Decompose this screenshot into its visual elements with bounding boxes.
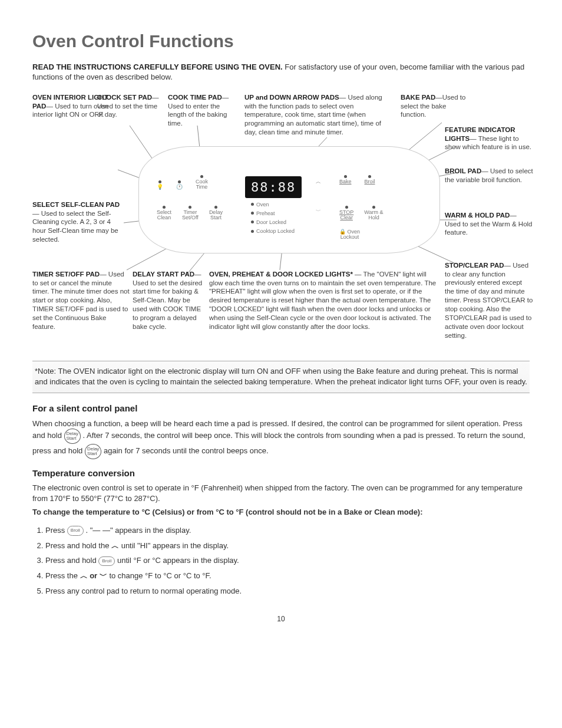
list-item: Press and hold Broil until °F or °C appe… bbox=[45, 555, 530, 566]
stop-clear-pad-label: STOPClear bbox=[339, 206, 353, 221]
callout-timer-setoff: TIMER SET/OFF PAD— Used to set or cancel… bbox=[32, 270, 130, 332]
callout-broil-pad: BROIL PAD— Used to select the variable b… bbox=[445, 167, 533, 185]
callout-head: UP and DOWN ARROW PADS bbox=[244, 94, 339, 101]
text-run: until "HI" appears in the display. bbox=[121, 541, 229, 550]
list-item: Press and hold the ︿ until "HI" appears … bbox=[45, 541, 530, 551]
intro-paragraph: READ THE INSTRUCTIONS CAREFULLY BEFORE U… bbox=[32, 62, 530, 83]
callout-body: — Used to select the Self-Cleaning cycle… bbox=[32, 210, 118, 243]
page-number: 10 bbox=[32, 614, 530, 624]
digital-display: 88:88 bbox=[245, 176, 302, 199]
list-item: Press any control pad to return to norma… bbox=[45, 586, 530, 597]
callout-warm-hold: WARM & HOLD PAD— Used to set the Warm & … bbox=[445, 211, 533, 238]
temp-heading: Temperature conversion bbox=[32, 467, 530, 479]
text-run: until °F or °C appears in the display. bbox=[117, 556, 239, 565]
timer-setoff-pad-label: TimerSet/Off bbox=[182, 206, 199, 221]
callout-feature-lights: FEATURE INDICATOR LIGHTS— These light to… bbox=[445, 126, 533, 152]
callout-arrow-pads: UP and DOWN ARROW PADS— Used along with … bbox=[244, 93, 392, 137]
broil-button-icon: Broil bbox=[98, 556, 115, 566]
callout-body: — Used to clear any function previously … bbox=[445, 262, 533, 340]
callout-body: — Used to set or cancel the minute timer… bbox=[32, 271, 130, 331]
callout-self-clean: SELECT SELF-CLEAN PAD— Used to select th… bbox=[32, 200, 124, 245]
text-run: or bbox=[90, 571, 100, 580]
callout-indicator-lights: OVEN, PREHEAT & DOOR LOCKED LIGHTS* — Th… bbox=[209, 270, 439, 332]
callout-delay-start: DELAY START PAD— Used to set the desired… bbox=[133, 270, 206, 332]
text-bold: To change the temperature to °C (Celsius… bbox=[32, 508, 423, 516]
callout-head: WARM & HOLD PAD bbox=[445, 212, 510, 219]
indicator-oven: Oven bbox=[251, 201, 295, 208]
select-clean-pad-label: SelectClean bbox=[157, 206, 171, 221]
list-item: Press Broil . "— —" appears in the displ… bbox=[45, 525, 530, 536]
intro-bold: READ THE INSTRUCTIONS CAREFULLY BEFORE U… bbox=[32, 62, 283, 71]
callout-head: STOP/CLEAR PAD bbox=[445, 262, 504, 269]
callout-head: DELAY START PAD bbox=[133, 271, 194, 278]
list-item: Press the ︿ or ﹀ to change °F to °C or °… bbox=[45, 571, 530, 581]
indicator-preheat: Preheat bbox=[251, 210, 295, 217]
callout-interior-light: OVEN INTERIOR LIGHT PAD— Used to turn ov… bbox=[32, 93, 121, 120]
warm-hold-pad-label: Warm &Hold bbox=[364, 206, 383, 221]
callout-head: TIMER SET/OFF PAD bbox=[32, 271, 100, 278]
control-panel-illustration: 💡 🕐 CookTime 88:88 ︿ Bake Broil SelectCl… bbox=[138, 146, 440, 253]
indicator-cooktop-locked: Cooktop Locked bbox=[251, 228, 295, 235]
callout-body: — Used to set the desired start time for… bbox=[133, 271, 202, 331]
callout-cook-time: COOK TIME PAD— Used to enter the length … bbox=[168, 93, 239, 129]
indicator-door-locked: Door Locked bbox=[251, 219, 295, 226]
text-run: Press and hold bbox=[45, 556, 98, 565]
light-pad-icon: 💡 bbox=[157, 180, 163, 190]
control-panel-diagram: CLOCK SET PAD— Used to set the time of d… bbox=[32, 93, 530, 353]
callout-head: SELECT SELF-CLEAN PAD bbox=[32, 201, 120, 208]
silent-heading: For a silent control panel bbox=[32, 403, 530, 414]
callout-body: — The "OVEN" light will glow each time t… bbox=[209, 271, 436, 331]
callout-stop-clear: STOP/CLEAR PAD— Used to clear any functi… bbox=[445, 261, 533, 340]
down-arrow-icon: ﹀ bbox=[316, 209, 321, 214]
clock-pad-icon: 🕐 bbox=[176, 180, 183, 190]
temp-subhead: To change the temperature to °C (Celsius… bbox=[32, 507, 530, 518]
text-run: Press bbox=[45, 526, 67, 535]
callout-head: BAKE PAD bbox=[401, 94, 435, 101]
text-run: again for 7 seconds until the control be… bbox=[104, 447, 269, 456]
text-run: . "— —" appears in the display. bbox=[85, 526, 191, 535]
oven-lockout-icon: 🔒 OvenLockout bbox=[339, 229, 360, 241]
callout-head: COOK TIME PAD bbox=[168, 94, 222, 101]
text-run: Press and hold the bbox=[45, 541, 111, 550]
text-run: to change °F to °C or °C to °F. bbox=[109, 571, 211, 580]
cooktime-pad-label: CookTime bbox=[196, 175, 208, 190]
text-run: Press the bbox=[45, 571, 80, 580]
silent-paragraph: When choosing a function, a beep will be… bbox=[32, 419, 530, 460]
note-box: *Note: The OVEN indicator light on the e… bbox=[32, 361, 530, 394]
callout-bake-pad: BAKE PAD—Used to select the bake functio… bbox=[401, 93, 468, 120]
delay-start-pad-label: DelayStart bbox=[209, 206, 223, 221]
callout-head: BROIL PAD bbox=[445, 167, 481, 174]
chevron-up-icon: ︿ bbox=[80, 571, 88, 580]
temp-steps-list: Press Broil . "— —" appears in the displ… bbox=[32, 525, 530, 597]
up-arrow-icon: ︿ bbox=[316, 179, 321, 185]
chevron-up-icon: ︿ bbox=[111, 541, 119, 550]
delay-start-icon: DelayStart bbox=[85, 444, 101, 459]
bake-pad-label: Bake bbox=[339, 175, 352, 185]
broil-pad-label: Broil bbox=[365, 175, 375, 185]
callout-head: OVEN, PREHEAT & DOOR LOCKED LIGHTS* bbox=[209, 271, 353, 278]
delay-start-icon: DelayStart bbox=[64, 429, 81, 444]
page-title: Oven Control Functions bbox=[32, 29, 530, 54]
chevron-down-icon: ﹀ bbox=[100, 571, 107, 580]
broil-button-icon: Broil bbox=[67, 526, 84, 536]
temp-intro: The electronic oven control is set to op… bbox=[32, 483, 530, 503]
